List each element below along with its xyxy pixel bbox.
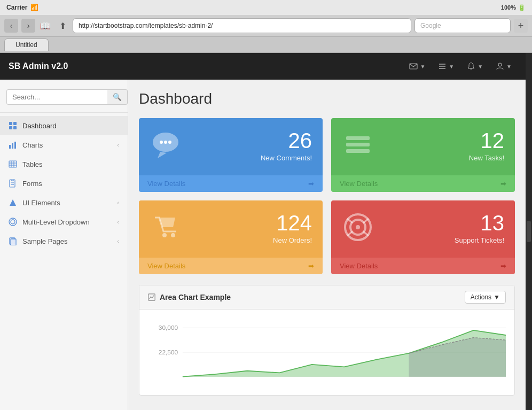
main-area: 🔍 Dashboard xyxy=(0,80,526,410)
sidebar-divider xyxy=(0,112,128,113)
tasks-view-details: View Details xyxy=(340,180,378,188)
orders-arrow: ➡ xyxy=(308,262,314,270)
url-bar[interactable]: http://startbootstrap.com/templates/sb-a… xyxy=(73,18,411,33)
svg-point-28 xyxy=(164,141,167,144)
bell-caret: ▼ xyxy=(478,64,483,69)
svg-rect-31 xyxy=(346,143,370,146)
svg-rect-24 xyxy=(11,239,16,245)
tickets-label: Support Tickets! xyxy=(455,236,504,244)
svg-marker-26 xyxy=(158,152,167,158)
search-input[interactable] xyxy=(6,89,107,105)
ipad-right-edge xyxy=(526,53,532,410)
pages-chevron: ‹ xyxy=(117,238,119,244)
search-placeholder: Google xyxy=(420,22,441,29)
sidebar-label-dashboard: Dashboard xyxy=(22,122,57,130)
svg-text:22,500: 22,500 xyxy=(159,350,178,355)
tickets-view-details: View Details xyxy=(340,262,378,270)
sidebar-item-ui-elements[interactable]: UI Elements ‹ xyxy=(0,193,128,212)
app-wrapper: SB Admin v2.0 ▼ ▼ ▼ xyxy=(0,53,532,410)
user-caret: ▼ xyxy=(506,64,512,69)
new-tab-button[interactable]: + xyxy=(514,19,528,33)
svg-rect-8 xyxy=(9,126,12,129)
back-button[interactable]: ‹ xyxy=(4,19,18,33)
email-icon xyxy=(409,62,418,71)
orders-number: 124 xyxy=(273,211,312,235)
comments-arrow: ➡ xyxy=(308,180,314,188)
sample-pages-icon xyxy=(9,237,17,245)
panel-heading: Area Chart Example Actions ▼ xyxy=(139,285,514,310)
status-bar: Carrier 📶 100% 🔋 xyxy=(0,0,532,15)
comments-view-details: View Details xyxy=(147,180,185,188)
tables-icon xyxy=(9,160,17,168)
svg-text:30,000: 30,000 xyxy=(159,325,178,331)
list-dropdown[interactable]: ▼ xyxy=(433,59,459,74)
tickets-number: 13 xyxy=(455,211,504,235)
svg-point-34 xyxy=(171,233,175,237)
dashboard-icon xyxy=(9,121,17,130)
cards-grid: 26 New Comments! View Details ➡ xyxy=(139,118,515,274)
chart-area: 30,000 22,500 xyxy=(148,318,506,386)
comments-number: 26 xyxy=(261,129,312,153)
sidebar-item-forms[interactable]: Forms xyxy=(0,174,128,193)
url-text: http://startbootstrap.com/templates/sb-a… xyxy=(79,22,213,29)
tasks-number: 12 xyxy=(469,129,504,153)
panel-title: Area Chart Example xyxy=(148,293,231,301)
svg-rect-13 xyxy=(9,161,17,167)
sidebar-label-sample-pages: Sample Pages xyxy=(22,237,68,245)
search-button[interactable]: 🔍 xyxy=(107,89,128,105)
orders-view-details: View Details xyxy=(147,262,185,270)
area-chart-panel: Area Chart Example Actions ▼ xyxy=(139,285,515,396)
svg-rect-9 xyxy=(13,126,17,129)
sidebar-item-dashboard[interactable]: Dashboard xyxy=(0,116,128,135)
battery-icon: 🔋 xyxy=(518,4,526,11)
page-title: Dashboard xyxy=(139,90,515,107)
tasks-footer[interactable]: View Details ➡ xyxy=(331,175,515,192)
search-bar[interactable]: Google xyxy=(414,18,511,33)
panel-body: 30,000 22,500 xyxy=(139,310,514,395)
comments-footer[interactable]: View Details ➡ xyxy=(139,175,323,192)
sidebar: 🔍 Dashboard xyxy=(0,80,128,410)
sidebar-item-sample-pages[interactable]: Sample Pages ‹ xyxy=(0,231,128,251)
battery-label: 100% xyxy=(501,4,516,11)
list-icon xyxy=(438,62,447,71)
tickets-footer[interactable]: View Details ➡ xyxy=(331,258,515,274)
status-bar-right: 100% 🔋 xyxy=(501,4,526,11)
sidebar-item-multi-level[interactable]: Multi-Level Dropdown ‹ xyxy=(0,212,128,231)
card-comments: 26 New Comments! View Details ➡ xyxy=(139,118,323,192)
tasks-icon xyxy=(342,129,374,167)
comments-label: New Comments! xyxy=(261,154,312,162)
area-chart-svg: 30,000 22,500 xyxy=(148,318,506,386)
tasks-arrow: ➡ xyxy=(500,180,506,188)
svg-point-21 xyxy=(11,220,15,224)
orders-icon xyxy=(150,211,182,249)
forward-button[interactable]: › xyxy=(21,19,35,33)
carrier-label: Carrier xyxy=(6,4,27,11)
bell-dropdown[interactable]: ▼ xyxy=(461,59,488,74)
ipad-side-button xyxy=(527,221,531,242)
tasks-label: New Tasks! xyxy=(469,154,504,162)
email-dropdown[interactable]: ▼ xyxy=(404,59,431,74)
tab-untitled[interactable]: Untitled xyxy=(4,38,49,51)
sidebar-label-charts: Charts xyxy=(22,141,43,149)
svg-point-22 xyxy=(9,218,17,226)
navbar-right: ▼ ▼ ▼ ▼ xyxy=(404,59,517,74)
svg-point-29 xyxy=(168,141,171,144)
multi-level-icon xyxy=(9,218,17,226)
svg-rect-30 xyxy=(346,136,370,140)
actions-button[interactable]: Actions ▼ xyxy=(465,291,506,304)
bookmarks-button[interactable]: 📖 xyxy=(38,19,52,33)
sidebar-label-ui-elements: UI Elements xyxy=(22,199,60,207)
orders-footer[interactable]: View Details ➡ xyxy=(139,258,323,274)
tab-bar: Untitled xyxy=(0,37,532,53)
comments-icon xyxy=(150,129,182,167)
browser-chrome: ‹ › 📖 ⬆ http://startbootstrap.com/templa… xyxy=(0,15,532,37)
sidebar-search: 🔍 xyxy=(0,85,128,109)
sidebar-item-tables[interactable]: Tables xyxy=(0,154,128,174)
ui-elements-icon xyxy=(9,198,17,207)
share-button[interactable]: ⬆ xyxy=(56,19,69,33)
card-tasks: 12 New Tasks! View Details ➡ xyxy=(331,118,515,192)
ui-chevron: ‹ xyxy=(117,199,119,206)
sidebar-item-charts[interactable]: Charts ‹ xyxy=(0,135,128,154)
chart-panel-icon xyxy=(148,293,155,301)
user-dropdown[interactable]: ▼ xyxy=(490,59,517,74)
